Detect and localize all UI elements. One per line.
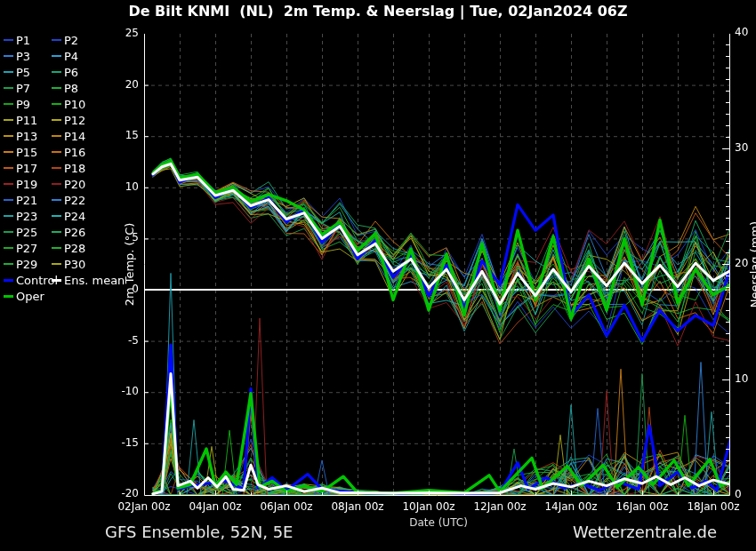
legend-item-p16: P16 <box>52 144 85 160</box>
legend-color-swatch <box>52 39 61 41</box>
legend-label: P6 <box>64 66 78 79</box>
legend-item-p22: P22 <box>52 192 85 208</box>
x-tick-label: 16Jan 00z <box>611 500 673 513</box>
y-axis-label-temp: 2m Temp. (°C) <box>123 216 136 314</box>
x-tick-label: 02Jan 00z <box>113 500 175 513</box>
legend-item-p6: P6 <box>52 64 78 80</box>
y-right-tick-label: 10 <box>735 372 756 385</box>
legend-label: P13 <box>16 130 37 143</box>
y-left-tick-label: -20 <box>107 487 139 499</box>
legend-item-p17: P17 <box>4 160 37 176</box>
legend-label: P7 <box>16 82 30 95</box>
legend-label: P2 <box>64 34 78 47</box>
x-tick-label: 06Jan 00z <box>255 500 318 513</box>
legend-item-p5: P5 <box>4 64 30 80</box>
legend-label: P23 <box>16 210 37 223</box>
legend-color-swatch <box>4 279 13 282</box>
legend-label: P8 <box>64 82 78 95</box>
legend-item-p12: P12 <box>52 112 85 128</box>
y-right-tick-label: 20 <box>735 257 756 269</box>
legend-item-p18: P18 <box>52 160 85 176</box>
legend-item-p2: P2 <box>52 32 78 48</box>
legend-color-swatch <box>4 167 13 169</box>
legend-label: P21 <box>16 194 37 207</box>
legend-label: Oper <box>16 290 44 303</box>
legend-item-p26: P26 <box>52 224 85 240</box>
legend-item-p15: P15 <box>4 144 37 160</box>
legend-label: P27 <box>16 242 37 255</box>
legend-item-p29: P29 <box>4 256 37 272</box>
legend-label: P18 <box>64 162 85 175</box>
legend-color-swatch <box>52 55 61 57</box>
legend-color-swatch <box>4 247 13 249</box>
legend-color-swatch <box>52 71 61 73</box>
legend-color-swatch <box>52 103 61 105</box>
legend-color-swatch <box>4 103 13 105</box>
y-right-tick-label: 0 <box>735 488 756 500</box>
x-tick-label: 12Jan 00z <box>469 500 531 513</box>
legend-color-swatch <box>4 135 13 137</box>
legend-color-swatch <box>52 119 61 121</box>
legend-color-swatch <box>52 167 61 169</box>
legend-color-swatch <box>52 87 61 89</box>
y-left-tick-label: 10 <box>107 180 139 193</box>
legend-label: P9 <box>16 98 30 111</box>
chart-title: De Bilt KNMI (NL) 2m Temp. & Neerslag | … <box>0 3 756 20</box>
legend-item-p20: P20 <box>52 176 85 192</box>
y-left-tick-label: -5 <box>107 334 139 347</box>
legend-color-swatch <box>52 183 61 185</box>
y-left-tick-label: -10 <box>107 385 139 397</box>
legend-color-swatch <box>4 295 13 298</box>
x-tick-label: 18Jan 00z <box>682 500 744 513</box>
legend-label: P11 <box>16 114 37 127</box>
legend-color-swatch <box>52 215 61 217</box>
legend-color-swatch <box>52 263 61 265</box>
legend-item-p19: P19 <box>4 176 37 192</box>
legend-color-swatch <box>4 199 13 201</box>
legend-item-p21: P21 <box>4 192 37 208</box>
legend-item-control: Control <box>4 272 58 288</box>
legend-item-p24: P24 <box>52 208 85 224</box>
legend-color-swatch <box>4 119 13 121</box>
legend-label: P14 <box>64 130 85 143</box>
legend-item-p27: P27 <box>4 240 37 256</box>
x-axis-label: Date (UTC) <box>385 516 492 529</box>
legend-item-p3: P3 <box>4 48 30 64</box>
meteogram-chart: De Bilt KNMI (NL) 2m Temp. & Neerslag | … <box>0 0 756 551</box>
legend-item-p9: P9 <box>4 96 30 112</box>
legend-label: P28 <box>64 242 85 255</box>
legend-item-p23: P23 <box>4 208 37 224</box>
y-left-tick-label: 15 <box>107 129 139 141</box>
legend-item-p10: P10 <box>52 96 85 112</box>
legend-color-swatch <box>4 39 13 41</box>
legend-label: P20 <box>64 178 85 191</box>
legend-item-p13: P13 <box>4 128 37 144</box>
legend-label: P26 <box>64 226 85 239</box>
legend-label: P24 <box>64 210 85 223</box>
legend-label: P29 <box>16 258 37 271</box>
legend-label: P22 <box>64 194 85 207</box>
y-right-tick-label: 30 <box>735 141 756 154</box>
y-left-tick-label: 0 <box>107 283 139 295</box>
legend-color-swatch <box>52 135 61 137</box>
legend-label: P3 <box>16 50 30 63</box>
legend-label: P1 <box>16 34 30 47</box>
legend-item-p4: P4 <box>52 48 78 64</box>
legend-item-p30: P30 <box>52 256 85 272</box>
legend-color-swatch <box>52 247 61 249</box>
legend-label: P4 <box>64 50 78 63</box>
y-left-tick-label: 25 <box>107 27 139 39</box>
legend-item-p8: P8 <box>52 80 78 96</box>
site-credit-text: Wetterzentrale.de <box>560 523 729 541</box>
legend-label: P10 <box>64 98 85 111</box>
legend-item-p28: P28 <box>52 240 85 256</box>
legend-label: P15 <box>16 146 37 159</box>
legend-color-swatch <box>4 231 13 233</box>
legend-item-p14: P14 <box>52 128 85 144</box>
legend-color-swatch <box>4 87 13 89</box>
y-left-tick-label: 5 <box>107 231 139 244</box>
legend-label: P5 <box>16 66 30 79</box>
legend-item-p1: P1 <box>4 32 30 48</box>
legend-item-oper: Oper <box>4 288 44 304</box>
legend-color-swatch <box>52 279 61 282</box>
